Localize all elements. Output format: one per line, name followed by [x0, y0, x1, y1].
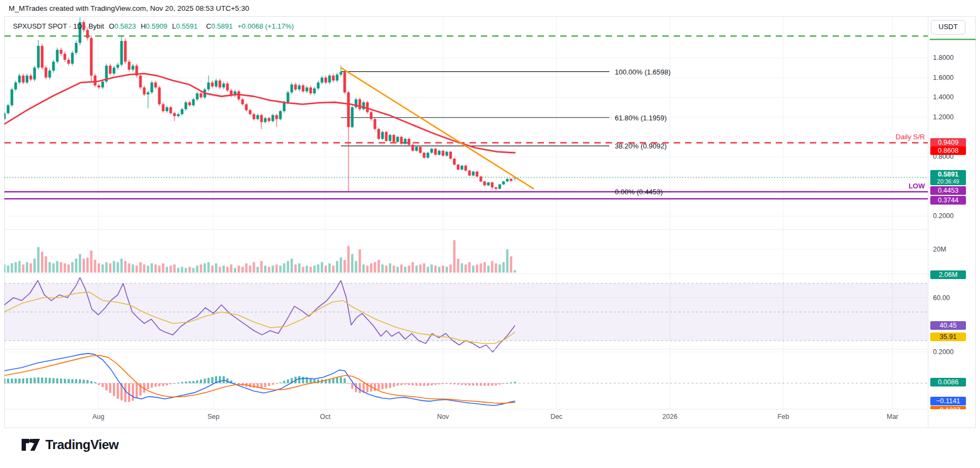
volume-bar — [385, 266, 387, 273]
macd-histogram-bar — [64, 379, 66, 383]
time-label-Oct: Oct — [320, 413, 330, 420]
candle-body — [241, 99, 244, 104]
volume-bar — [344, 260, 346, 273]
candle-body — [294, 85, 297, 90]
candle-body — [64, 54, 66, 60]
macd-histogram-bar — [22, 378, 24, 383]
volume-bar — [294, 264, 297, 273]
volume-bar — [400, 264, 402, 273]
candle-body — [45, 67, 48, 77]
candle-body — [37, 46, 40, 67]
volume-bar — [139, 262, 142, 273]
candle-body — [291, 85, 293, 93]
chart-canvas[interactable] — [0, 0, 980, 468]
macd-histogram-bar — [102, 383, 104, 387]
macd-histogram-bar — [302, 377, 304, 383]
currency-toggle-button[interactable]: USDT — [931, 20, 965, 35]
volume-bar — [94, 260, 96, 273]
candle-body — [211, 83, 214, 86]
candle-body — [219, 80, 221, 87]
macd-histogram-bar — [480, 383, 482, 386]
low-line-label: LOW — [909, 182, 925, 190]
macd-histogram-bar — [359, 383, 361, 393]
candle-body — [52, 62, 55, 71]
macd-histogram-bar — [60, 378, 62, 383]
fib-label: 100.00% (1.6598) — [615, 67, 670, 76]
volume-bar — [332, 266, 334, 273]
plot-area[interactable] — [3, 16, 929, 409]
macd-histogram-bar — [272, 383, 274, 385]
candle-body — [18, 76, 21, 83]
volume-bar — [457, 259, 459, 273]
volume-bar — [340, 257, 342, 273]
candle-body — [359, 99, 361, 109]
candle-body — [132, 66, 135, 70]
volume-bar — [147, 266, 149, 273]
candle-body — [415, 147, 418, 151]
volume-bar — [177, 268, 179, 273]
volume-bar — [298, 263, 300, 273]
volume-bar — [192, 268, 194, 273]
macd-histogram-bar — [449, 383, 452, 384]
candle-body — [449, 152, 452, 159]
volume-bar — [495, 263, 497, 273]
candle-body — [419, 147, 422, 153]
macd-histogram-bar — [136, 383, 138, 398]
time-scale[interactable]: AugSepOctNovDec2026FebMar — [4, 409, 928, 428]
tradingview-logo: TradingView — [22, 437, 118, 452]
candle-body — [397, 137, 399, 142]
symbol-legend[interactable]: SPXUSDT SPOT · 1D · BybitO0.5823H0.5909L… — [13, 22, 294, 30]
macd-histogram-bar — [109, 383, 111, 393]
macd-histogram-bar — [506, 383, 508, 384]
macd-histogram-bar — [71, 379, 73, 383]
rsi-label-40.45: 40.45 — [930, 321, 966, 330]
volume-bar — [155, 264, 157, 273]
volume-bar — [185, 268, 187, 273]
volume-bar — [484, 262, 486, 273]
macd-histogram-bar — [132, 383, 134, 401]
volume-bar — [158, 266, 160, 273]
volume-bar — [351, 254, 353, 273]
volume-bar — [306, 266, 308, 273]
candle-body — [90, 38, 93, 76]
macd-histogram-bar — [204, 379, 206, 384]
time-label-Dec: Dec — [551, 413, 562, 420]
volume-bar — [272, 266, 274, 273]
volume-bar — [279, 266, 281, 273]
macd-histogram-bar — [442, 383, 444, 384]
volume-bar — [431, 264, 433, 273]
candle-body — [94, 76, 97, 85]
macd-histogram-bar — [7, 378, 9, 383]
volume-label-current: 2.06M — [930, 270, 966, 279]
candle-body — [344, 72, 346, 93]
volume-bar — [241, 267, 244, 273]
candle-body — [476, 172, 479, 177]
volume-bar — [207, 262, 210, 273]
volume-bar — [98, 263, 100, 273]
macd-histogram-bar — [128, 383, 130, 402]
candle-body — [283, 103, 286, 112]
volume-bar — [79, 254, 81, 273]
volume-tick: 20M — [933, 245, 946, 254]
volume-bar — [419, 264, 421, 273]
macd-histogram-bar — [385, 383, 387, 389]
candle-body — [102, 82, 104, 87]
price-scale[interactable]: 1.80001.60001.40001.20000.80000.200020M6… — [929, 16, 980, 409]
daily-sr-label: Daily S/R — [896, 133, 925, 141]
candle-body — [412, 145, 414, 151]
volume-bar — [449, 264, 452, 273]
macd-histogram-bar — [495, 383, 497, 385]
volume-bar — [215, 263, 217, 273]
volume-bar — [321, 262, 323, 273]
macd-histogram-bar — [340, 377, 342, 384]
volume-bar — [120, 259, 123, 273]
macd-histogram-bar — [253, 383, 255, 388]
macd-histogram-bar — [381, 383, 384, 389]
macd-histogram-bar — [415, 383, 418, 386]
macd-histogram-bar — [147, 383, 149, 389]
volume-bar — [30, 263, 32, 273]
macd-histogram-bar — [189, 381, 191, 383]
candle-body — [128, 62, 131, 70]
macd-histogram-bar — [105, 383, 108, 390]
rsi-label-35.91: 35.91 — [930, 333, 966, 341]
